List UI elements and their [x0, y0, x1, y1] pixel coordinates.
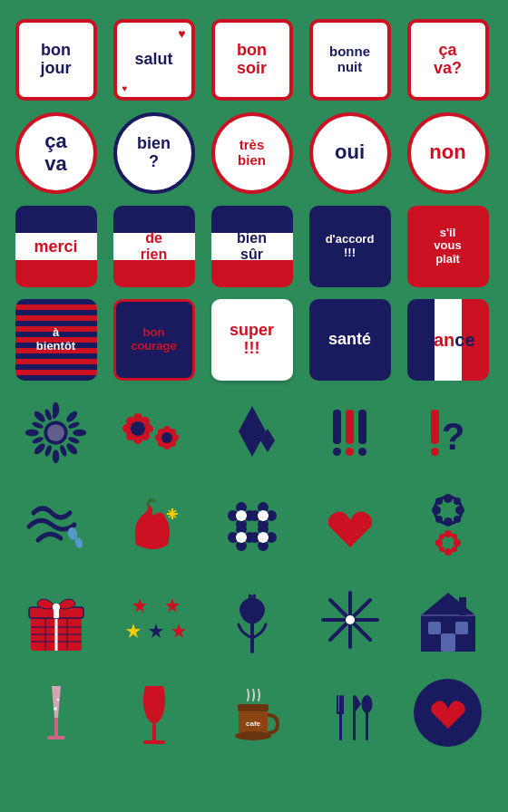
icon-heart[interactable]	[307, 483, 393, 569]
icon-flower-cluster[interactable]	[209, 483, 295, 569]
svg-rect-123	[353, 695, 356, 740]
svg-rect-105	[428, 622, 441, 634]
sticker-silvousplait[interactable]: s'ilvousplaît	[405, 203, 491, 289]
sticker-biensur[interactable]: biensûr	[209, 203, 295, 289]
svg-point-75	[444, 548, 452, 556]
svg-rect-116	[238, 704, 269, 711]
sticker-super[interactable]: super!!!	[209, 296, 295, 382]
icon-excl-q[interactable]: ?	[405, 390, 491, 476]
svg-rect-107	[441, 633, 455, 652]
icon-cafe[interactable]: cafe	[209, 670, 295, 756]
svg-text:cafe: cafe	[245, 720, 260, 728]
svg-rect-113	[152, 724, 156, 740]
svg-point-80	[439, 546, 444, 552]
svg-point-11	[59, 444, 68, 457]
sticker-derien[interactable]: derien	[111, 203, 197, 289]
svg-point-74	[444, 530, 452, 537]
svg-rect-114	[143, 740, 165, 744]
icon-red-flowers[interactable]	[111, 390, 197, 476]
icon-chili[interactable]	[111, 483, 197, 569]
icon-waves[interactable]	[13, 483, 99, 569]
icon-diamonds[interactable]	[209, 390, 295, 476]
svg-rect-108	[459, 597, 466, 615]
svg-marker-92	[132, 598, 147, 613]
svg-point-71	[435, 516, 443, 523]
sticker-france[interactable]: france	[405, 296, 491, 382]
sticker-sante[interactable]: santé	[307, 296, 393, 382]
svg-point-5	[64, 410, 79, 424]
icon-stars[interactable]	[111, 576, 197, 662]
svg-point-10	[67, 436, 80, 445]
icon-exclamations[interactable]	[307, 390, 393, 476]
svg-point-14	[31, 420, 44, 430]
icon-tulip[interactable]	[209, 576, 295, 662]
svg-point-117	[235, 731, 271, 740]
svg-marker-36	[239, 406, 266, 457]
sticker-bonnenuit[interactable]: bonnenuit	[307, 16, 393, 102]
sticker-abientot[interactable]: àbientôt	[13, 296, 99, 382]
svg-marker-94	[126, 624, 141, 638]
sticker-merci[interactable]: merci	[13, 203, 99, 289]
svg-point-72	[454, 516, 461, 523]
svg-point-111	[54, 707, 57, 710]
icon-cutlery[interactable]	[307, 670, 393, 756]
svg-point-78	[439, 534, 444, 539]
svg-rect-120	[337, 695, 338, 713]
svg-rect-124	[366, 710, 368, 740]
svg-rect-122	[337, 711, 344, 714]
svg-point-79	[452, 534, 457, 539]
svg-point-1	[53, 450, 60, 463]
svg-point-15	[44, 408, 53, 420]
sticker-salut[interactable]: ♥ salut ♥	[111, 16, 197, 102]
icon-sunflower[interactable]	[13, 390, 99, 476]
svg-point-65	[444, 494, 453, 503]
sticker-tresbien[interactable]: trèsbien	[209, 110, 295, 196]
svg-rect-109	[54, 718, 58, 736]
svg-point-91	[53, 604, 60, 611]
svg-point-26	[131, 421, 145, 436]
icon-house[interactable]	[405, 576, 491, 662]
svg-point-63	[258, 532, 269, 543]
icon-sparkle[interactable]	[307, 576, 393, 662]
sticker-daccord[interactable]: d'accord!!!	[307, 203, 393, 289]
svg-rect-121	[342, 695, 344, 713]
sticker-oui[interactable]: oui	[307, 110, 393, 196]
svg-point-4	[33, 410, 47, 424]
svg-marker-93	[165, 598, 180, 613]
icon-champagne[interactable]	[13, 670, 99, 756]
svg-point-9	[67, 420, 80, 430]
sticker-bonjour[interactable]: bonjour	[13, 16, 99, 102]
svg-rect-110	[47, 736, 65, 740]
sticker-boncourage[interactable]: boncourage	[111, 296, 197, 382]
svg-point-35	[161, 432, 172, 443]
svg-marker-95	[149, 624, 163, 638]
svg-point-17	[47, 424, 64, 441]
svg-point-3	[73, 430, 86, 437]
svg-point-12	[44, 444, 53, 457]
icon-gift[interactable]	[13, 576, 99, 662]
svg-marker-96	[171, 624, 186, 638]
svg-point-68	[455, 506, 464, 515]
svg-point-13	[31, 436, 44, 445]
icon-red-wine[interactable]	[111, 670, 197, 756]
sticker-bien[interactable]: bien?	[111, 110, 197, 196]
svg-point-48	[236, 510, 247, 521]
sticker-non[interactable]: non	[405, 110, 491, 196]
svg-point-112	[56, 698, 59, 701]
sticker-cava-question[interactable]: çava?	[405, 16, 491, 102]
svg-point-58	[236, 532, 247, 543]
svg-point-69	[435, 498, 443, 505]
sticker-cava[interactable]: çava	[13, 110, 99, 196]
svg-point-53	[258, 510, 269, 521]
svg-point-81	[452, 546, 457, 552]
svg-point-7	[64, 441, 79, 456]
svg-point-6	[33, 441, 47, 456]
sticker-grid: bonjour ♥ salut ♥ bonsoir bonnenuit çava…	[5, 9, 503, 763]
svg-rect-119	[339, 695, 342, 740]
icon-heart-plate[interactable]	[405, 670, 491, 756]
svg-point-70	[454, 498, 461, 505]
sticker-bonsoir[interactable]: bonsoir	[209, 16, 295, 102]
icon-deco-flowers[interactable]	[405, 483, 491, 569]
svg-point-102	[346, 615, 355, 624]
svg-point-67	[432, 506, 441, 515]
